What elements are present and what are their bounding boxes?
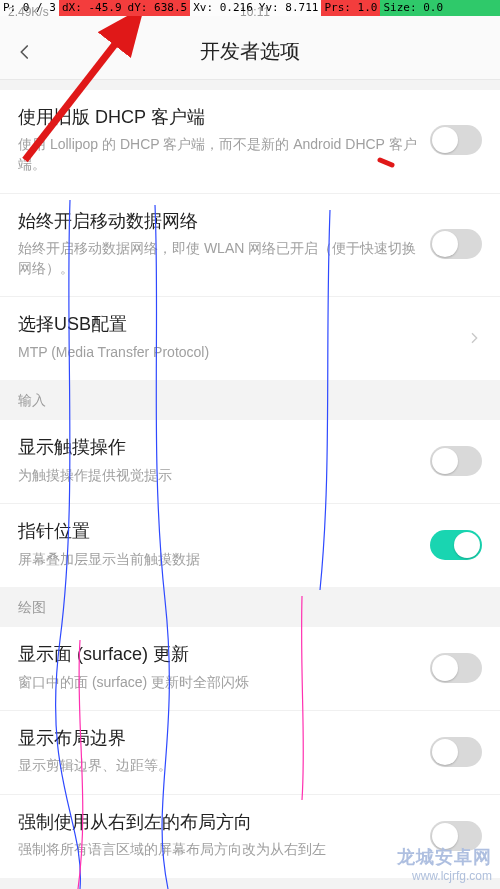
item-sub: 强制将所有语言区域的屏幕布局方向改为从右到左	[18, 840, 418, 860]
debug-yv: Yv: 8.711	[256, 0, 322, 16]
debug-prs: Prs: 1.0	[321, 0, 380, 16]
item-title: 显示触摸操作	[18, 436, 418, 459]
debug-dy: dY: 638.5	[125, 0, 191, 16]
toggle-dhcp[interactable]	[430, 125, 482, 155]
item-title: 显示面 (surface) 更新	[18, 643, 418, 666]
item-title: 选择USB配置	[18, 313, 454, 336]
item-legacy-dhcp[interactable]: 使用旧版 DHCP 客户端 使用 Lollipop 的 DHCP 客户端，而不是…	[0, 90, 500, 194]
pointer-debug-bar: P: 0 / 3 dX: -45.9 dY: 638.5 Xv: 0.216 Y…	[0, 0, 500, 16]
settings-group-drawing: 显示面 (surface) 更新 窗口中的面 (surface) 更新时全部闪烁…	[0, 627, 500, 878]
item-pointer-location[interactable]: 指针位置 屏幕叠加层显示当前触摸数据	[0, 504, 500, 587]
item-sub: 显示剪辑边界、边距等。	[18, 756, 418, 776]
settings-group-input: 显示触摸操作 为触摸操作提供视觉提示 指针位置 屏幕叠加层显示当前触摸数据	[0, 420, 500, 587]
item-mobile-data-always[interactable]: 始终开启移动数据网络 始终开启移动数据网络，即使 WLAN 网络已开启（便于快速…	[0, 194, 500, 298]
watermark: 龙城安卓网 www.lcjrfg.com	[397, 845, 492, 883]
debug-p: P: 0 / 3	[0, 0, 59, 16]
item-show-touches[interactable]: 显示触摸操作 为触摸操作提供视觉提示	[0, 420, 500, 504]
toggle-mobile-data[interactable]	[430, 229, 482, 259]
item-title: 显示布局边界	[18, 727, 418, 750]
debug-dx: dX: -45.9	[59, 0, 125, 16]
item-title: 指针位置	[18, 520, 418, 543]
item-title: 使用旧版 DHCP 客户端	[18, 106, 418, 129]
item-title: 始终开启移动数据网络	[18, 210, 418, 233]
watermark-title: 龙城安卓网	[397, 845, 492, 869]
item-sub: 屏幕叠加层显示当前触摸数据	[18, 550, 418, 570]
item-sub: 窗口中的面 (surface) 更新时全部闪烁	[18, 673, 418, 693]
chevron-right-icon	[466, 330, 482, 346]
item-layout-bounds[interactable]: 显示布局边界 显示剪辑边界、边距等。	[0, 711, 500, 795]
settings-group-1: 使用旧版 DHCP 客户端 使用 Lollipop 的 DHCP 客户端，而不是…	[0, 90, 500, 380]
watermark-url: www.lcjrfg.com	[397, 869, 492, 883]
item-sub: 始终开启移动数据网络，即使 WLAN 网络已开启（便于快速切换网络）。	[18, 239, 418, 278]
item-sub: MTP (Media Transfer Protocol)	[18, 343, 454, 363]
section-drawing: 绘图	[0, 587, 500, 627]
app-header: 开发者选项	[0, 24, 500, 80]
section-input: 输入	[0, 380, 500, 420]
item-sub: 为触摸操作提供视觉提示	[18, 466, 418, 486]
toggle-pointer-location[interactable]	[430, 530, 482, 560]
item-surface-updates[interactable]: 显示面 (surface) 更新 窗口中的面 (surface) 更新时全部闪烁	[0, 627, 500, 711]
item-sub: 使用 Lollipop 的 DHCP 客户端，而不是新的 Android DHC…	[18, 135, 418, 174]
spacer	[0, 80, 500, 90]
page-title: 开发者选项	[40, 38, 460, 65]
item-usb-config[interactable]: 选择USB配置 MTP (Media Transfer Protocol)	[0, 297, 500, 380]
toggle-show-touches[interactable]	[430, 446, 482, 476]
debug-size: Size: 0.0	[380, 0, 500, 16]
item-title: 强制使用从右到左的布局方向	[18, 811, 418, 834]
toggle-layout-bounds[interactable]	[430, 737, 482, 767]
back-icon[interactable]	[16, 40, 40, 64]
toggle-surface-updates[interactable]	[430, 653, 482, 683]
debug-xv: Xv: 0.216	[190, 0, 256, 16]
